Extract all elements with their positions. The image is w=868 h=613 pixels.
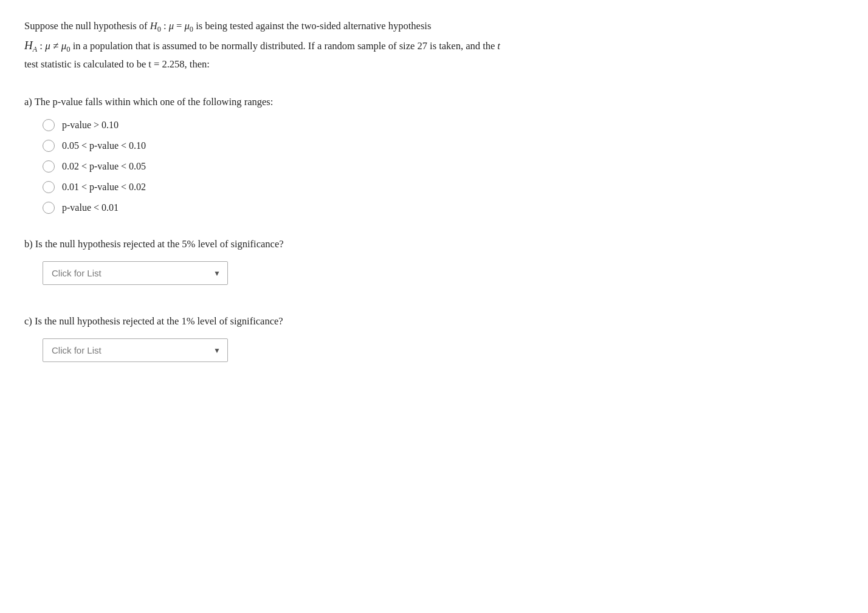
radio-option-2[interactable]: 0.05 < p-value < 0.10 — [43, 140, 844, 152]
radio-label-4: 0.01 < p-value < 0.02 — [62, 182, 146, 193]
part-a: a) The p-value falls within which one of… — [24, 96, 844, 214]
h0-math: H0 — [150, 20, 161, 32]
radio-circle-3[interactable] — [43, 160, 55, 173]
part-c-heading: c) Is the null hypothesis rejected at th… — [24, 315, 844, 327]
radio-circle-1[interactable] — [43, 119, 55, 131]
part-c-dropdown-wrapper: Click for List Yes No ▼ — [43, 338, 228, 362]
radio-option-1[interactable]: p-value > 0.10 — [43, 119, 844, 131]
intro-line3: test statistic is calculated to be t = 2… — [24, 57, 693, 72]
ha-math: HA : μ ≠ μ0 — [24, 36, 71, 56]
t-italic: t — [497, 38, 500, 54]
intro-text-start: Suppose the null hypothesis of — [24, 20, 150, 32]
h0-H: H — [150, 20, 157, 32]
radio-label-5: p-value < 0.01 — [62, 202, 119, 213]
intro-text-end: is being tested against the two-sided al… — [193, 20, 431, 32]
intro-line1: Suppose the null hypothesis of H0 : μ = … — [24, 18, 693, 35]
part-a-heading: a) The p-value falls within which one of… — [24, 96, 844, 108]
radio-label-1: p-value > 0.10 — [62, 120, 119, 131]
radio-label-3: 0.02 < p-value < 0.05 — [62, 161, 146, 172]
radio-option-5[interactable]: p-value < 0.01 — [43, 202, 844, 214]
part-c-dropdown[interactable]: Click for List Yes No — [43, 338, 228, 362]
radio-option-4[interactable]: 0.01 < p-value < 0.02 — [43, 181, 844, 193]
part-b-heading: b) Is the null hypothesis rejected at th… — [24, 238, 844, 250]
intro-line2: HA : μ ≠ μ0 in a population that is assu… — [24, 36, 693, 56]
problem-container: Suppose the null hypothesis of H0 : μ = … — [24, 18, 844, 362]
radio-circle-5[interactable] — [43, 202, 55, 214]
part-b-dropdown[interactable]: Click for List Yes No — [43, 261, 228, 285]
part-b: b) Is the null hypothesis rejected at th… — [24, 238, 844, 285]
radio-option-3[interactable]: 0.02 < p-value < 0.05 — [43, 160, 844, 173]
radio-circle-4[interactable] — [43, 181, 55, 193]
part-c-dropdown-container: Click for List Yes No ▼ — [43, 338, 844, 362]
radio-group-a: p-value > 0.10 0.05 < p-value < 0.10 0.0… — [43, 119, 844, 214]
h0-colon: : μ = μ0 — [161, 20, 193, 32]
h0-sub: 0 — [157, 25, 161, 33]
radio-label-2: 0.05 < p-value < 0.10 — [62, 140, 146, 151]
part-c: c) Is the null hypothesis rejected at th… — [24, 315, 844, 362]
problem-statement: Suppose the null hypothesis of H0 : μ = … — [24, 18, 693, 72]
radio-circle-2[interactable] — [43, 140, 55, 152]
intro-line2-end: in a population that is assumed to be no… — [73, 38, 495, 54]
part-b-dropdown-container: Click for List Yes No ▼ — [43, 261, 844, 285]
part-b-dropdown-wrapper: Click for List Yes No ▼ — [43, 261, 228, 285]
